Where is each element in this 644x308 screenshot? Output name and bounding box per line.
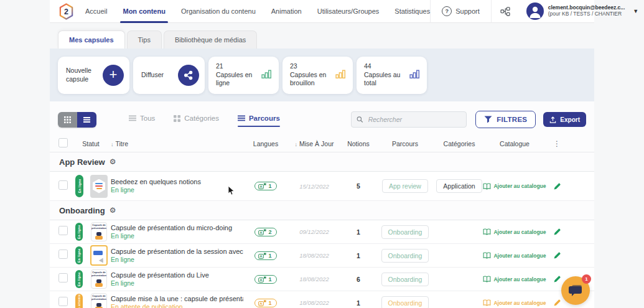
category-chip[interactable]: Application [436, 179, 482, 193]
capsule-thumbnail[interactable]: Capsule de présentation [91, 269, 107, 289]
capsule-title[interactable]: Capsule de présentation du micro-doing [111, 223, 243, 232]
user-menu[interactable]: clement.bocquin@beedeez.c... (pour KB / … [519, 2, 644, 20]
parcours-chip[interactable]: Onboarding [381, 296, 429, 308]
main-navigation: Accueil Mon contenu Organisation du cont… [85, 0, 430, 23]
capsule-title[interactable]: Capsule mise à la une : capsule de prése… [111, 294, 243, 303]
add-to-catalog-link[interactable]: Ajouter au catalogue [483, 299, 546, 306]
tab-tips[interactable]: Tips [127, 30, 162, 49]
beedeez-logo-icon[interactable]: 2 [58, 3, 74, 20]
avatar [526, 2, 544, 20]
edit-icon[interactable] [544, 251, 569, 259]
table-row: En ligne Capsule de présentation Capsule… [50, 220, 594, 244]
row-checkbox[interactable] [58, 250, 68, 259]
list-view-icon[interactable] [77, 112, 96, 128]
search-box [351, 111, 467, 128]
translate-flag-icon: A [258, 253, 266, 259]
languages-badge[interactable]: A 1 [254, 275, 276, 284]
capsule-title[interactable]: Capsule de présentation de la session av… [111, 247, 243, 256]
parcours-chip[interactable]: Onboarding [381, 249, 429, 263]
nav-item-statistiques[interactable]: Statistiques [394, 0, 430, 23]
add-to-catalog-link[interactable]: Ajouter au catalogue [483, 276, 546, 282]
thumbnail-caption: Capsule de présentation [91, 294, 106, 301]
nav-item-animation[interactable]: Animation [271, 0, 302, 23]
share-icon[interactable] [178, 65, 199, 86]
header-categories[interactable]: Catégories [434, 140, 485, 147]
stat-card-online[interactable]: 21 Capsules en ligne [208, 57, 279, 94]
filter-tab-categories[interactable]: Catégories [174, 114, 219, 124]
parcours-chip[interactable]: Onboarding [381, 225, 429, 239]
languages-badge[interactable]: A 1 [254, 251, 276, 260]
language-count: 2 [268, 229, 271, 235]
row-checkbox[interactable] [58, 297, 68, 306]
filters-button-label: FILTRES [497, 116, 527, 123]
gear-icon[interactable]: ⚙ [110, 206, 116, 215]
add-to-catalog-label: Ajouter au catalogue [493, 253, 546, 259]
capsule-status: En attente de publication [111, 303, 243, 308]
languages-badge[interactable]: A 1 [254, 299, 276, 307]
grid-view-icon[interactable] [58, 112, 77, 128]
filter-tab-parcours[interactable]: Parcours [238, 114, 280, 124]
header-parcours[interactable]: Parcours [376, 140, 434, 147]
export-button[interactable]: Export [543, 112, 586, 127]
mascot-icon [95, 279, 103, 287]
row-checkbox[interactable] [58, 226, 68, 235]
support-button[interactable]: ? Support [431, 6, 491, 16]
list-icon [129, 115, 136, 122]
status-pill: En ligne [75, 175, 83, 197]
edit-icon[interactable] [544, 182, 569, 190]
select-all-checkbox[interactable] [58, 138, 68, 147]
header-notions[interactable]: Notions [340, 140, 376, 147]
nav-item-accueil[interactable]: Accueil [85, 0, 107, 23]
nav-item-utilisateurs[interactable]: Utilisateurs/Groupes [317, 0, 380, 23]
svg-text:A: A [260, 278, 263, 282]
row-checkbox[interactable] [58, 273, 68, 282]
export-button-label: Export [560, 116, 580, 123]
languages-badge[interactable]: A 1 [254, 182, 276, 190]
capsule-status: En ligne [111, 232, 243, 241]
tab-mes-capsules[interactable]: Mes capsules [58, 30, 125, 49]
new-capsule-card[interactable]: Nouvelle capsule + [58, 57, 129, 94]
nav-item-mon-contenu[interactable]: Mon contenu [123, 0, 165, 23]
status-pill: En ligne [75, 246, 83, 264]
stat-card-draft[interactable]: 23 Capsules en brouillon [282, 57, 353, 94]
funnel-icon [484, 116, 492, 123]
languages-badge[interactable]: A 2 [254, 228, 276, 236]
filters-button[interactable]: FILTRES [475, 111, 536, 128]
filter-tab-tous[interactable]: Tous [129, 114, 155, 124]
parcours-chip[interactable]: Onboarding [381, 273, 429, 286]
capsule-thumbnail[interactable]: Capsule de présentation [91, 222, 107, 241]
stat-card-total[interactable]: 44 Capsules au total [357, 57, 427, 94]
filter-tab-label: Tous [140, 114, 155, 122]
org-switch-icon[interactable] [492, 7, 519, 16]
more-options-icon[interactable]: ⋮ [544, 139, 569, 148]
add-to-catalog-label: Ajouter au catalogue [493, 229, 546, 235]
add-to-catalog-link[interactable]: Ajouter au catalogue [483, 228, 546, 235]
header-mise-a-jour[interactable]: ↓Mise À Jour [288, 140, 340, 147]
capsule-thumbnail[interactable] [90, 245, 108, 266]
gear-icon[interactable]: ⚙ [110, 157, 116, 166]
capsule-thumbnail[interactable]: Capsule de présentation [91, 293, 107, 308]
nav-item-organisation[interactable]: Organisation du contenu [181, 0, 256, 23]
capsule-title[interactable]: Beedeez en quelques notions [111, 177, 243, 186]
add-to-catalog-link[interactable]: Ajouter au catalogue [483, 183, 546, 190]
add-to-catalog-link[interactable]: Ajouter au catalogue [483, 252, 546, 259]
total-count: 44 [364, 62, 403, 71]
header-statut[interactable]: Statut [71, 140, 111, 147]
section-onboarding: Onboarding ⚙ [50, 201, 594, 220]
chat-widget-button[interactable]: 1 [561, 276, 590, 305]
capsule-thumbnail[interactable] [90, 175, 108, 198]
search-input[interactable] [367, 115, 461, 124]
book-icon [483, 228, 491, 235]
capsule-title[interactable]: Capsule de présentation du Live [111, 271, 243, 279]
header-langues[interactable]: Langues [243, 140, 288, 147]
diffuse-card[interactable]: Diffuser [133, 57, 205, 94]
row-checkbox[interactable] [58, 180, 68, 190]
edit-icon[interactable] [544, 228, 569, 236]
header-catalogue[interactable]: Catalogue [485, 140, 544, 147]
plus-icon[interactable]: + [103, 65, 124, 86]
tab-bibliotheque[interactable]: Bibliothèque de médias [164, 30, 257, 49]
capsule-status: En ligne [111, 256, 243, 264]
filter-tab-label: Parcours [249, 114, 280, 122]
header-titre[interactable]: ↓Titre [111, 140, 243, 147]
parcours-chip[interactable]: App review [382, 179, 428, 193]
